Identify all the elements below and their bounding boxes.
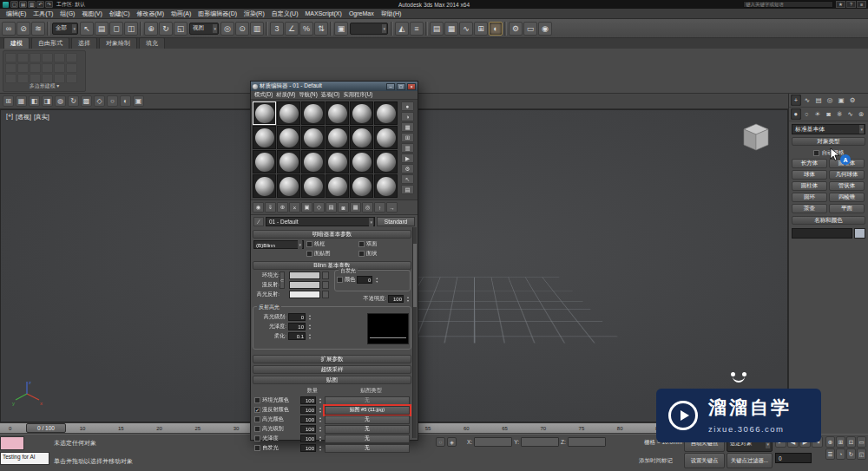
field-of-view-icon[interactable]: ◔ bbox=[836, 448, 845, 460]
put-to-library-icon[interactable]: ▤ bbox=[326, 202, 337, 213]
menu-item[interactable]: 动画(A) bbox=[168, 10, 194, 18]
redo-icon[interactable]: ↷ bbox=[45, 1, 53, 8]
zoom-region-icon[interactable]: ▭ bbox=[857, 436, 866, 448]
map-amount-field[interactable]: 100 bbox=[300, 435, 316, 442]
rendered-frame-window-icon[interactable]: ▭ bbox=[523, 22, 537, 36]
material-sample-slot[interactable] bbox=[301, 150, 325, 173]
menu-item[interactable]: 编辑(E) bbox=[3, 10, 30, 18]
sample-type-icon[interactable]: ● bbox=[401, 101, 414, 111]
specular-param-spinner[interactable]: ▴▾ bbox=[307, 324, 312, 330]
isolate-selection-toggle-icon[interactable]: ◌ bbox=[436, 437, 445, 447]
selfillum-value-field[interactable]: 0 bbox=[357, 276, 372, 284]
rollout-header[interactable]: 明暗器基本参数 bbox=[253, 230, 411, 239]
name-color-rollout-header[interactable]: 名称和颜色 bbox=[792, 216, 865, 225]
y-coordinate-field[interactable] bbox=[521, 437, 559, 447]
map-shortcut-button[interactable] bbox=[322, 271, 329, 279]
material-sample-slot[interactable] bbox=[326, 101, 349, 125]
map-enable-checkbox[interactable] bbox=[254, 416, 260, 422]
minimize-button[interactable]: – bbox=[386, 83, 395, 90]
save-file-icon[interactable]: ▥ bbox=[28, 1, 36, 8]
ribbon-tool-button[interactable] bbox=[5, 63, 16, 73]
map-shortcut-button[interactable] bbox=[322, 281, 329, 289]
specular-param-field[interactable]: 0 bbox=[288, 313, 306, 321]
ribbon-tool-button[interactable] bbox=[42, 63, 53, 73]
material-map-navigator-icon[interactable]: ▤ bbox=[401, 185, 414, 194]
map-type-button[interactable]: 无 bbox=[325, 444, 410, 453]
pick-material-from-object-icon[interactable]: ∕ bbox=[253, 217, 264, 226]
viewport-view-menu[interactable]: [透视] bbox=[16, 113, 31, 121]
docked-tool-icon[interactable]: ⊞ bbox=[3, 95, 14, 107]
menu-item[interactable]: 渲染(R) bbox=[240, 10, 268, 18]
hierarchy-tab-icon[interactable]: ▤ bbox=[813, 95, 824, 106]
reference-coordinate-system-dropdown[interactable]: 视图▾ bbox=[189, 23, 219, 35]
primitive-button[interactable]: 四棱锥 bbox=[829, 193, 865, 202]
specular-param-field[interactable]: 10 bbox=[288, 323, 306, 330]
material-sample-slot[interactable] bbox=[301, 101, 325, 125]
go-to-parent-icon[interactable]: ↑ bbox=[374, 202, 385, 213]
material-sample-slot[interactable] bbox=[277, 174, 300, 198]
primitive-button[interactable]: 管状体 bbox=[829, 181, 865, 191]
material-sample-slot[interactable] bbox=[277, 101, 300, 125]
time-slider[interactable]: 0 / 100 bbox=[26, 423, 66, 433]
cameras-category-icon[interactable]: ◙ bbox=[824, 108, 834, 120]
helpers-category-icon[interactable]: ※ bbox=[834, 108, 845, 120]
map-amount-spinner[interactable]: ▴▾ bbox=[318, 407, 323, 414]
snaps-toggle-icon[interactable]: 3 bbox=[270, 22, 284, 36]
manage-layers-icon[interactable]: ▤ bbox=[430, 22, 444, 36]
utilities-tab-icon[interactable]: ⚙ bbox=[847, 95, 858, 106]
object-color-swatch[interactable] bbox=[854, 228, 865, 239]
lights-category-icon[interactable]: ☀ bbox=[812, 108, 823, 120]
app-logo-icon[interactable] bbox=[3, 2, 9, 8]
rollout-header[interactable]: 贴图 bbox=[253, 376, 411, 384]
primitive-button[interactable]: 长方体 bbox=[792, 159, 827, 168]
object-type-rollout-header[interactable]: 对象类型 bbox=[792, 137, 865, 146]
object-name-field[interactable] bbox=[792, 228, 852, 239]
map-type-button[interactable]: 无 bbox=[325, 396, 410, 405]
material-editor-icon[interactable]: ◐ bbox=[489, 22, 503, 36]
menu-item[interactable]: OgreMax bbox=[345, 10, 378, 16]
map-enable-checkbox[interactable] bbox=[254, 426, 260, 432]
menu-item[interactable]: 实用程序(U) bbox=[342, 91, 373, 99]
map-amount-field[interactable]: 100 bbox=[300, 406, 316, 414]
schematic-view-icon[interactable]: ⊞ bbox=[474, 22, 488, 36]
zoom-extents-icon[interactable]: ⊡ bbox=[846, 436, 856, 448]
use-pivot-point-center-icon[interactable]: ◎ bbox=[220, 22, 234, 36]
select-object-icon[interactable]: ↖ bbox=[80, 22, 94, 36]
material-sample-slot[interactable] bbox=[350, 126, 373, 149]
map-enable-checkbox[interactable]: ✓ bbox=[254, 407, 260, 413]
ribbon-tab[interactable]: 选择 bbox=[71, 37, 97, 49]
menu-item[interactable]: 修改器(M) bbox=[133, 10, 168, 18]
ribbon-group-label[interactable]: 多边形建模 ▾ bbox=[3, 82, 85, 90]
shapes-category-icon[interactable]: ○ bbox=[802, 108, 812, 120]
reset-map-icon[interactable]: × bbox=[289, 202, 300, 213]
ribbon-tool-button[interactable] bbox=[54, 63, 65, 73]
search-input[interactable] bbox=[743, 1, 833, 8]
map-amount-field[interactable]: 100 bbox=[300, 444, 316, 452]
edit-named-selection-sets-icon[interactable]: ▣ bbox=[334, 22, 348, 36]
select-and-link-icon[interactable]: ∞ bbox=[2, 22, 16, 36]
menu-item[interactable]: 组(G) bbox=[56, 10, 78, 18]
map-amount-field[interactable]: 100 bbox=[300, 396, 316, 404]
menu-item[interactable]: 帮助(H) bbox=[378, 10, 405, 18]
map-amount-spinner[interactable]: ▴▾ bbox=[318, 445, 323, 452]
docked-tool-icon[interactable]: ◧ bbox=[29, 95, 40, 107]
ribbon-tab[interactable]: 填充 bbox=[139, 37, 165, 49]
material-sample-slot[interactable] bbox=[374, 174, 398, 198]
mirror-icon[interactable]: ◭ bbox=[395, 22, 409, 36]
ribbon-tool-button[interactable] bbox=[42, 53, 53, 62]
close-button[interactable]: × bbox=[407, 83, 416, 90]
menu-item[interactable]: MAXScript(X) bbox=[301, 10, 345, 16]
map-amount-spinner[interactable]: ▴▾ bbox=[318, 435, 323, 442]
select-by-material-icon[interactable]: ↖ bbox=[401, 174, 414, 184]
modify-tab-icon[interactable]: ∿ bbox=[802, 95, 812, 106]
material-sample-slot[interactable] bbox=[350, 150, 373, 173]
material-editor-scrollbar[interactable] bbox=[412, 227, 417, 438]
material-sample-slot[interactable] bbox=[374, 101, 398, 125]
opacity-field[interactable]: 100 bbox=[388, 295, 404, 303]
assign-material-to-selection-icon[interactable]: ⊕ bbox=[277, 202, 288, 213]
map-enable-checkbox[interactable] bbox=[254, 435, 260, 442]
motion-tab-icon[interactable]: ◎ bbox=[825, 95, 835, 106]
select-by-name-icon[interactable]: ▤ bbox=[95, 22, 108, 36]
material-sample-slot[interactable] bbox=[374, 126, 398, 149]
maxscript-mini-listener[interactable]: Testing for AI bbox=[0, 452, 49, 465]
